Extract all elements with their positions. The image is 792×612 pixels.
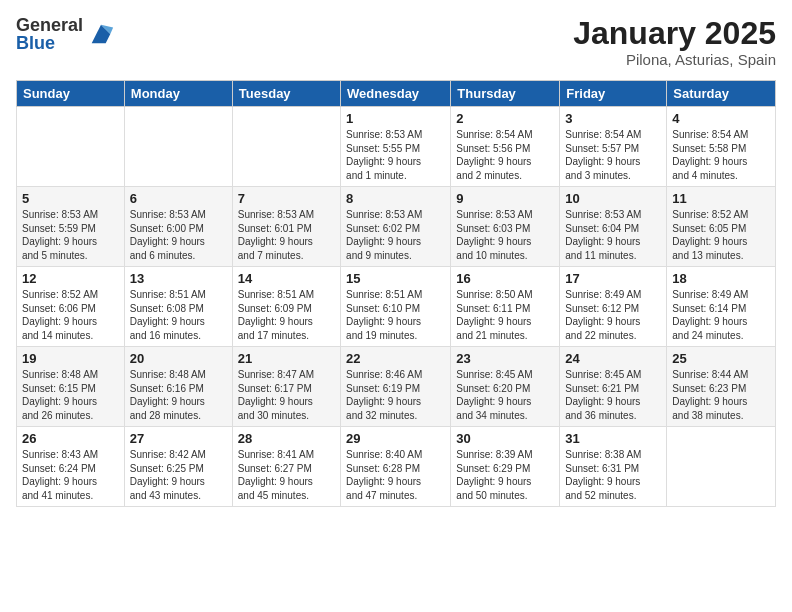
day-number: 17 xyxy=(565,271,661,286)
cell-w1-d1 xyxy=(17,107,125,187)
day-number: 10 xyxy=(565,191,661,206)
day-number: 16 xyxy=(456,271,554,286)
header-tuesday: Tuesday xyxy=(232,81,340,107)
cell-detail: Sunrise: 8:53 AM Sunset: 6:04 PM Dayligh… xyxy=(565,208,661,262)
cell-detail: Sunrise: 8:41 AM Sunset: 6:27 PM Dayligh… xyxy=(238,448,335,502)
cell-w1-d2 xyxy=(124,107,232,187)
location: Pilona, Asturias, Spain xyxy=(573,51,776,68)
header: General Blue January 2025 Pilona, Asturi… xyxy=(16,16,776,68)
cell-w5-d1: 26Sunrise: 8:43 AM Sunset: 6:24 PM Dayli… xyxy=(17,427,125,507)
cell-w5-d4: 29Sunrise: 8:40 AM Sunset: 6:28 PM Dayli… xyxy=(341,427,451,507)
cell-w2-d1: 5Sunrise: 8:53 AM Sunset: 5:59 PM Daylig… xyxy=(17,187,125,267)
cell-w4-d1: 19Sunrise: 8:48 AM Sunset: 6:15 PM Dayli… xyxy=(17,347,125,427)
cell-w4-d2: 20Sunrise: 8:48 AM Sunset: 6:16 PM Dayli… xyxy=(124,347,232,427)
day-number: 21 xyxy=(238,351,335,366)
cell-detail: Sunrise: 8:53 AM Sunset: 5:55 PM Dayligh… xyxy=(346,128,445,182)
cell-detail: Sunrise: 8:47 AM Sunset: 6:17 PM Dayligh… xyxy=(238,368,335,422)
cell-w3-d7: 18Sunrise: 8:49 AM Sunset: 6:14 PM Dayli… xyxy=(667,267,776,347)
day-number: 28 xyxy=(238,431,335,446)
week-row-5: 26Sunrise: 8:43 AM Sunset: 6:24 PM Dayli… xyxy=(17,427,776,507)
day-number: 23 xyxy=(456,351,554,366)
day-number: 4 xyxy=(672,111,770,126)
logo-blue: Blue xyxy=(16,34,83,52)
cell-detail: Sunrise: 8:53 AM Sunset: 6:02 PM Dayligh… xyxy=(346,208,445,262)
day-number: 25 xyxy=(672,351,770,366)
day-number: 9 xyxy=(456,191,554,206)
cell-detail: Sunrise: 8:46 AM Sunset: 6:19 PM Dayligh… xyxy=(346,368,445,422)
cell-detail: Sunrise: 8:48 AM Sunset: 6:16 PM Dayligh… xyxy=(130,368,227,422)
cell-w4-d5: 23Sunrise: 8:45 AM Sunset: 6:20 PM Dayli… xyxy=(451,347,560,427)
day-number: 18 xyxy=(672,271,770,286)
cell-w2-d7: 11Sunrise: 8:52 AM Sunset: 6:05 PM Dayli… xyxy=(667,187,776,267)
cell-detail: Sunrise: 8:45 AM Sunset: 6:21 PM Dayligh… xyxy=(565,368,661,422)
cell-w5-d5: 30Sunrise: 8:39 AM Sunset: 6:29 PM Dayli… xyxy=(451,427,560,507)
day-number: 27 xyxy=(130,431,227,446)
cell-detail: Sunrise: 8:54 AM Sunset: 5:58 PM Dayligh… xyxy=(672,128,770,182)
cell-detail: Sunrise: 8:40 AM Sunset: 6:28 PM Dayligh… xyxy=(346,448,445,502)
cell-detail: Sunrise: 8:50 AM Sunset: 6:11 PM Dayligh… xyxy=(456,288,554,342)
cell-w2-d4: 8Sunrise: 8:53 AM Sunset: 6:02 PM Daylig… xyxy=(341,187,451,267)
week-row-2: 5Sunrise: 8:53 AM Sunset: 5:59 PM Daylig… xyxy=(17,187,776,267)
cell-detail: Sunrise: 8:42 AM Sunset: 6:25 PM Dayligh… xyxy=(130,448,227,502)
cell-w5-d7 xyxy=(667,427,776,507)
header-monday: Monday xyxy=(124,81,232,107)
cell-detail: Sunrise: 8:43 AM Sunset: 6:24 PM Dayligh… xyxy=(22,448,119,502)
day-number: 26 xyxy=(22,431,119,446)
cell-detail: Sunrise: 8:53 AM Sunset: 6:00 PM Dayligh… xyxy=(130,208,227,262)
cell-detail: Sunrise: 8:44 AM Sunset: 6:23 PM Dayligh… xyxy=(672,368,770,422)
header-friday: Friday xyxy=(560,81,667,107)
day-number: 19 xyxy=(22,351,119,366)
week-row-3: 12Sunrise: 8:52 AM Sunset: 6:06 PM Dayli… xyxy=(17,267,776,347)
cell-w1-d3 xyxy=(232,107,340,187)
header-thursday: Thursday xyxy=(451,81,560,107)
cell-w1-d7: 4Sunrise: 8:54 AM Sunset: 5:58 PM Daylig… xyxy=(667,107,776,187)
day-number: 20 xyxy=(130,351,227,366)
day-number: 24 xyxy=(565,351,661,366)
header-sunday: Sunday xyxy=(17,81,125,107)
day-number: 13 xyxy=(130,271,227,286)
cell-w2-d6: 10Sunrise: 8:53 AM Sunset: 6:04 PM Dayli… xyxy=(560,187,667,267)
logo-general: General xyxy=(16,16,83,34)
cell-detail: Sunrise: 8:51 AM Sunset: 6:10 PM Dayligh… xyxy=(346,288,445,342)
cell-w5-d2: 27Sunrise: 8:42 AM Sunset: 6:25 PM Dayli… xyxy=(124,427,232,507)
cell-detail: Sunrise: 8:52 AM Sunset: 6:05 PM Dayligh… xyxy=(672,208,770,262)
cell-detail: Sunrise: 8:48 AM Sunset: 6:15 PM Dayligh… xyxy=(22,368,119,422)
calendar-header: Sunday Monday Tuesday Wednesday Thursday… xyxy=(17,81,776,107)
day-number: 22 xyxy=(346,351,445,366)
day-number: 7 xyxy=(238,191,335,206)
cell-detail: Sunrise: 8:54 AM Sunset: 5:57 PM Dayligh… xyxy=(565,128,661,182)
header-row: Sunday Monday Tuesday Wednesday Thursday… xyxy=(17,81,776,107)
day-number: 11 xyxy=(672,191,770,206)
day-number: 2 xyxy=(456,111,554,126)
day-number: 12 xyxy=(22,271,119,286)
day-number: 29 xyxy=(346,431,445,446)
cell-detail: Sunrise: 8:39 AM Sunset: 6:29 PM Dayligh… xyxy=(456,448,554,502)
cell-detail: Sunrise: 8:51 AM Sunset: 6:08 PM Dayligh… xyxy=(130,288,227,342)
cell-detail: Sunrise: 8:49 AM Sunset: 6:14 PM Dayligh… xyxy=(672,288,770,342)
cell-detail: Sunrise: 8:38 AM Sunset: 6:31 PM Dayligh… xyxy=(565,448,661,502)
week-row-4: 19Sunrise: 8:48 AM Sunset: 6:15 PM Dayli… xyxy=(17,347,776,427)
header-wednesday: Wednesday xyxy=(341,81,451,107)
cell-w2-d5: 9Sunrise: 8:53 AM Sunset: 6:03 PM Daylig… xyxy=(451,187,560,267)
cell-w2-d2: 6Sunrise: 8:53 AM Sunset: 6:00 PM Daylig… xyxy=(124,187,232,267)
day-number: 3 xyxy=(565,111,661,126)
day-number: 6 xyxy=(130,191,227,206)
logo-text: General Blue xyxy=(16,16,83,52)
logo-icon xyxy=(87,20,115,48)
day-number: 5 xyxy=(22,191,119,206)
cell-w4-d4: 22Sunrise: 8:46 AM Sunset: 6:19 PM Dayli… xyxy=(341,347,451,427)
week-row-1: 1Sunrise: 8:53 AM Sunset: 5:55 PM Daylig… xyxy=(17,107,776,187)
title-block: January 2025 Pilona, Asturias, Spain xyxy=(573,16,776,68)
cell-w3-d5: 16Sunrise: 8:50 AM Sunset: 6:11 PM Dayli… xyxy=(451,267,560,347)
day-number: 1 xyxy=(346,111,445,126)
day-number: 30 xyxy=(456,431,554,446)
cell-w1-d4: 1Sunrise: 8:53 AM Sunset: 5:55 PM Daylig… xyxy=(341,107,451,187)
cell-w4-d6: 24Sunrise: 8:45 AM Sunset: 6:21 PM Dayli… xyxy=(560,347,667,427)
cell-w2-d3: 7Sunrise: 8:53 AM Sunset: 6:01 PM Daylig… xyxy=(232,187,340,267)
logo: General Blue xyxy=(16,16,115,52)
cell-detail: Sunrise: 8:49 AM Sunset: 6:12 PM Dayligh… xyxy=(565,288,661,342)
cell-w3-d6: 17Sunrise: 8:49 AM Sunset: 6:12 PM Dayli… xyxy=(560,267,667,347)
day-number: 31 xyxy=(565,431,661,446)
day-number: 8 xyxy=(346,191,445,206)
cell-w3-d3: 14Sunrise: 8:51 AM Sunset: 6:09 PM Dayli… xyxy=(232,267,340,347)
